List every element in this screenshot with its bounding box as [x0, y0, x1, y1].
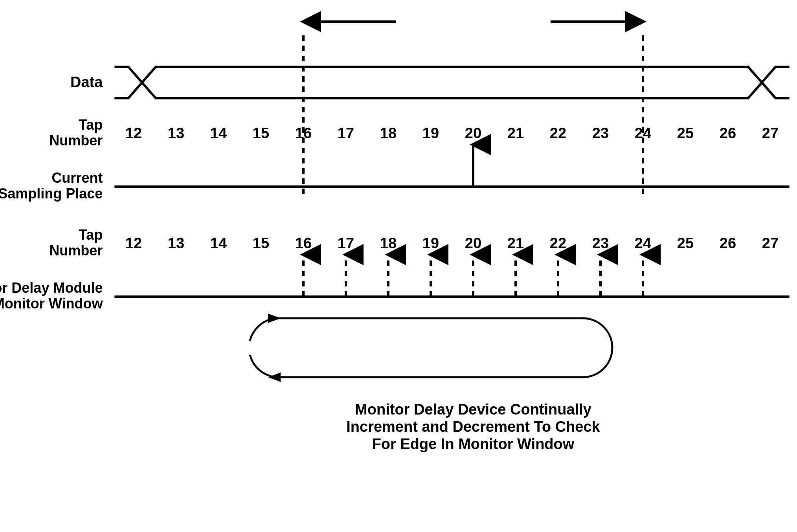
tap2-25: 25	[677, 235, 694, 251]
tap-row1-label-1: Number	[49, 132, 103, 149]
tap1-12: 12	[125, 125, 142, 141]
tap1-20: 20	[465, 125, 481, 141]
tap1-25: 25	[677, 125, 694, 141]
tap1-18: 18	[380, 125, 397, 141]
tap1-26: 26	[720, 125, 736, 141]
tap2-23: 23	[592, 235, 609, 251]
monitor-label-0: Monitor Delay Module	[0, 280, 103, 296]
tap2-22: 22	[550, 235, 566, 251]
tap-row1-label-0: Tap	[79, 117, 103, 133]
sampling-label-0: Current	[51, 170, 103, 186]
tap2-19: 19	[422, 235, 439, 251]
tap2-20: 20	[465, 235, 481, 251]
tap1-23: 23	[592, 125, 609, 141]
tap2-26: 26	[720, 235, 736, 251]
data-waveform-bottom	[114, 83, 789, 98]
tap2-24: 24	[635, 235, 651, 251]
tap1-15: 15	[253, 125, 269, 141]
tap1-14: 14	[210, 125, 227, 141]
tap-row2-label-1: Number	[49, 242, 103, 259]
tap1-19: 19	[422, 125, 439, 141]
svg-rect-0	[396, 11, 551, 30]
tap2-16: 16	[295, 235, 312, 251]
data-waveform-top	[114, 67, 789, 83]
tap2-13: 13	[168, 235, 184, 251]
svg-rect-1	[248, 341, 259, 355]
tap2-21: 21	[507, 235, 524, 251]
tap2-18: 18	[380, 235, 397, 251]
tap2-17: 17	[338, 235, 354, 251]
loop-right-arc	[583, 318, 612, 377]
loop-arrow-top	[268, 314, 281, 323]
monitoring-window-diagram: Monitoring WindowDataTapNumber1213141516…	[0, 0, 797, 532]
tap1-22: 22	[550, 125, 566, 141]
tap2-12: 12	[125, 235, 142, 251]
tap1-21: 21	[507, 125, 524, 141]
tap2-15: 15	[253, 235, 269, 251]
sampling-label-1: Sampling Place	[0, 185, 103, 202]
tap2-14: 14	[210, 235, 227, 251]
caption-line-1: Increment and Decrement To Check	[346, 418, 600, 435]
caption-line-2: For Edge In Monitor Window	[372, 436, 575, 452]
tap1-17: 17	[338, 125, 354, 141]
tap2-27: 27	[762, 235, 779, 251]
data-row-label: Data	[70, 74, 103, 90]
tap1-24: 24	[635, 125, 651, 141]
tap1-27: 27	[762, 125, 779, 141]
tap-row2-label-0: Tap	[79, 227, 103, 243]
loop-arrow-bottom	[268, 372, 281, 382]
monitor-label-1: Monitor Window	[0, 295, 103, 312]
caption-line-0: Monitor Delay Device Continually	[355, 401, 591, 418]
tap1-16: 16	[295, 125, 312, 141]
tap1-13: 13	[168, 125, 184, 141]
